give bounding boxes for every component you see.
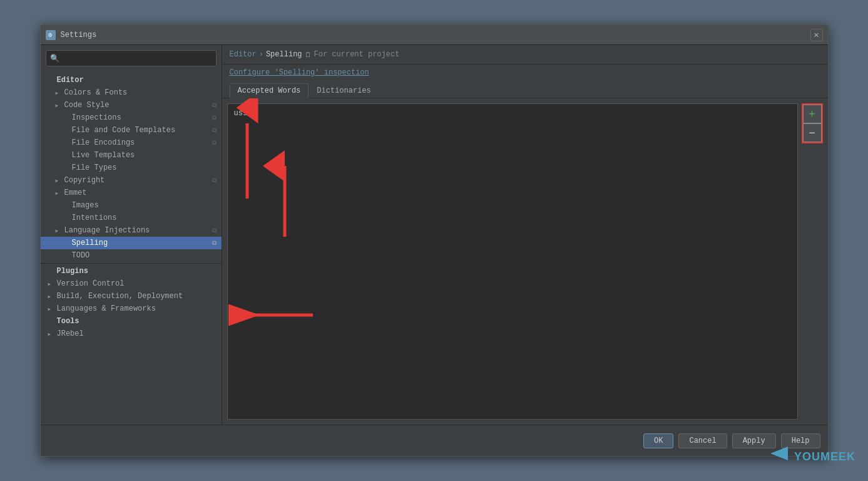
- main-panel: Editor › Spelling 🗒 For current project …: [222, 45, 828, 425]
- sidebar-item-emmet[interactable]: ▶ Emmet: [41, 187, 222, 199]
- sidebar-item-tools[interactable]: Tools: [41, 315, 222, 328]
- copy-icon: ⧉: [212, 102, 217, 109]
- sidebar-item-languages-frameworks[interactable]: ▶ Languages & Frameworks: [41, 303, 222, 315]
- configure-link[interactable]: Configure 'Spelling' inspection: [230, 68, 369, 77]
- panel-body-wrapper: usser + −: [222, 98, 828, 425]
- cancel-button[interactable]: Cancel: [678, 433, 727, 448]
- sidebar-item-build-execution[interactable]: ▶ Build, Execution, Deployment: [41, 290, 222, 303]
- word-item[interactable]: usser: [232, 108, 794, 119]
- copy-icon: ⧉: [212, 140, 217, 147]
- configure-link-container: Configure 'Spelling' inspection: [222, 65, 828, 81]
- search-input[interactable]: [62, 54, 212, 63]
- remove-word-button[interactable]: −: [803, 123, 822, 142]
- watermark: YOUMEEK: [770, 447, 855, 463]
- project-icon: 🗒: [305, 51, 312, 59]
- copy-icon: ⧉: [212, 115, 217, 122]
- expand-arrow: ▶: [48, 306, 54, 312]
- expand-arrow: ▶: [56, 190, 62, 196]
- expand-arrow: ▶: [56, 228, 62, 234]
- sidebar-item-plugins[interactable]: Plugins: [41, 265, 222, 277]
- breadcrumb-current: Spelling: [266, 50, 302, 59]
- bottom-bar: OK Cancel Apply Help: [41, 425, 828, 456]
- expand-arrow: ▶: [48, 281, 54, 287]
- panel-body: usser + −: [222, 98, 828, 425]
- expand-arrow: ▶: [48, 294, 54, 299]
- copy-icon: ⧉: [212, 227, 217, 234]
- settings-window: ⚙ Settings ✕ 🔍 Editor ▶ Colors & Fonts: [40, 24, 829, 457]
- list-btn-group: + −: [802, 103, 823, 143]
- close-button[interactable]: ✕: [810, 29, 823, 41]
- sidebar-item-intentions[interactable]: Intentions: [41, 212, 222, 224]
- tabs-container: Accepted Words Dictionaries: [222, 81, 828, 98]
- expand-arrow: ▶: [56, 103, 62, 108]
- app-icon: ⚙: [46, 30, 56, 40]
- search-icon: 🔍: [50, 54, 59, 63]
- sidebar-item-live-templates[interactable]: Live Templates: [41, 149, 222, 162]
- sidebar-item-copyright[interactable]: ▶ Copyright ⧉: [41, 174, 222, 187]
- search-box[interactable]: 🔍: [46, 50, 217, 66]
- title-bar: ⚙ Settings ✕: [41, 25, 828, 45]
- ok-button[interactable]: OK: [643, 433, 673, 448]
- expand-arrow: ▶: [48, 331, 54, 337]
- sidebar-item-code-style[interactable]: ▶ Code Style ⧉: [41, 99, 222, 111]
- add-word-button[interactable]: +: [803, 105, 822, 123]
- svg-marker-7: [770, 447, 788, 460]
- breadcrumb-editor[interactable]: Editor: [230, 50, 257, 59]
- tab-dictionaries[interactable]: Dictionaries: [309, 83, 379, 98]
- apply-button[interactable]: Apply: [732, 433, 776, 448]
- sidebar: 🔍 Editor ▶ Colors & Fonts ▶ Code Style: [41, 45, 222, 425]
- expand-arrow: ▶: [56, 90, 62, 96]
- sidebar-item-file-code-templates[interactable]: File and Code Templates ⧉: [41, 124, 222, 137]
- breadcrumb: Editor › Spelling 🗒 For current project: [222, 45, 828, 65]
- project-label: For current project: [314, 50, 400, 59]
- sidebar-item-todo[interactable]: TODO: [41, 249, 222, 262]
- sidebar-item-file-types[interactable]: File Types: [41, 162, 222, 174]
- sidebar-item-file-encodings[interactable]: File Encodings ⧉: [41, 137, 222, 149]
- expand-arrow: ▶: [56, 178, 62, 184]
- sidebar-item-version-control[interactable]: ▶ Version Control: [41, 277, 222, 290]
- copy-icon: ⧉: [212, 127, 217, 134]
- breadcrumb-sep: ›: [259, 50, 263, 59]
- sidebar-item-editor[interactable]: Editor: [41, 74, 222, 86]
- sidebar-item-jrebel[interactable]: ▶ JRebel: [41, 328, 222, 340]
- sidebar-item-spelling[interactable]: Spelling ⧉: [41, 237, 222, 249]
- sidebar-item-inspections[interactable]: Inspections ⧉: [41, 111, 222, 124]
- words-list[interactable]: usser: [227, 103, 798, 420]
- tab-accepted-words[interactable]: Accepted Words: [230, 83, 309, 98]
- watermark-arrow: [770, 447, 788, 463]
- sidebar-item-language-injections[interactable]: ▶ Language Injections ⧉: [41, 224, 222, 237]
- copy-icon: ⧉: [212, 240, 217, 247]
- list-action-buttons: + −: [802, 103, 823, 420]
- copy-icon: ⧉: [212, 177, 217, 184]
- help-button[interactable]: Help: [781, 433, 820, 448]
- content-area: 🔍 Editor ▶ Colors & Fonts ▶ Code Style: [41, 45, 828, 425]
- sidebar-item-colors-fonts[interactable]: ▶ Colors & Fonts: [41, 86, 222, 99]
- sidebar-tree: Editor ▶ Colors & Fonts ▶ Code Style ⧉ I…: [41, 71, 222, 425]
- sidebar-item-images[interactable]: Images: [41, 199, 222, 212]
- window-title: Settings: [61, 31, 810, 39]
